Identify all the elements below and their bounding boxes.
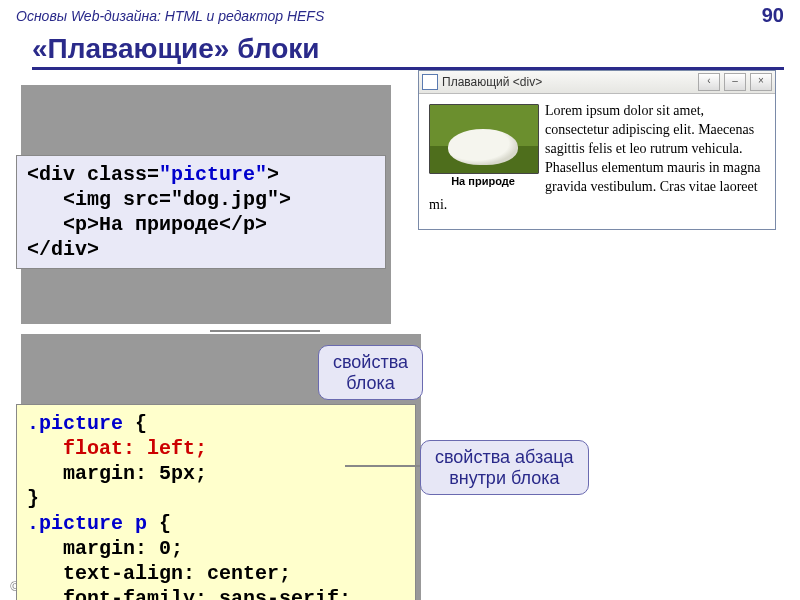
code-text: text-align: center; — [27, 562, 291, 585]
browser-title: Плавающий <div> — [442, 75, 694, 89]
code-text: > — [267, 163, 279, 186]
browser-preview: Плавающий <div> ‹ – × На природе Lorem i… — [418, 70, 776, 230]
collapse-icon: ‹ — [698, 73, 720, 91]
code-text: : left; — [123, 437, 207, 460]
browser-body: На природе Lorem ipsum dolor sit amet, c… — [419, 94, 775, 229]
code-text: </div> — [27, 238, 99, 261]
close-icon: × — [750, 73, 772, 91]
code-text: "picture" — [159, 163, 267, 186]
document-icon — [422, 74, 438, 90]
code-text: float — [27, 437, 123, 460]
code-text: <img src="dog.jpg"> — [27, 188, 291, 211]
code-text: font-family: sans-serif; — [27, 587, 351, 600]
slide-header: Основы Web-дизайна: HTML и редактор HEFS… — [0, 0, 800, 29]
html-code-box: <div class="picture"> <img src="dog.jpg"… — [16, 80, 386, 319]
topic-text: Основы Web-дизайна: HTML и редактор HEFS — [16, 8, 324, 24]
image-caption: На природе — [429, 174, 537, 189]
browser-titlebar: Плавающий <div> ‹ – × — [419, 71, 775, 94]
code-text: <div class= — [27, 163, 159, 186]
code-text: margin: 0; — [27, 537, 183, 560]
dog-image — [429, 104, 539, 174]
slide-title: «Плавающие» блоки — [32, 33, 784, 70]
code-text: .picture — [27, 412, 123, 435]
callout-paragraph-props: свойства абзаца внутри блока — [420, 440, 589, 495]
code-text: <p>На природе</p> — [27, 213, 267, 236]
code-text: { — [123, 412, 147, 435]
connector-line — [345, 465, 420, 467]
minimize-icon: – — [724, 73, 746, 91]
code-text: .picture p — [27, 512, 147, 535]
floating-picture: На природе — [429, 104, 537, 189]
page-number: 90 — [762, 4, 784, 27]
code-text: } — [27, 487, 39, 510]
code-text: { — [147, 512, 171, 535]
callout-block-props: свойства блока — [318, 345, 423, 400]
connector-line — [210, 330, 320, 332]
code-text: margin: 5px; — [27, 462, 207, 485]
